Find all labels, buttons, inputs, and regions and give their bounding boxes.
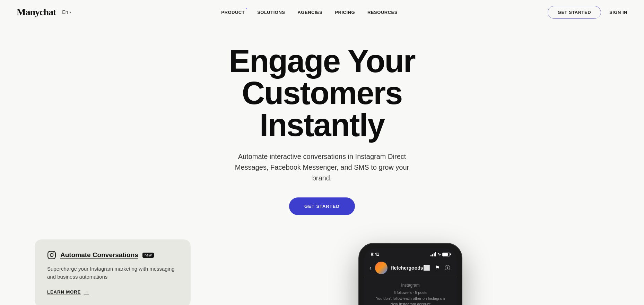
instagram-icon <box>47 251 56 260</box>
svg-point-1 <box>50 254 53 257</box>
svg-point-2 <box>53 253 54 254</box>
info-icon: ⓘ <box>445 264 450 272</box>
phone-nav-icons: ⬜ ⚑ ⓘ <box>423 264 450 272</box>
hero-cta-button[interactable]: GET STARTED <box>289 197 355 215</box>
phone-content: Instagram 6 followers · 5 posts You don'… <box>364 277 457 305</box>
avatar <box>375 262 388 274</box>
phone-info-lines: 6 followers · 5 posts You don't follow e… <box>369 290 451 305</box>
arrow-right-icon: → <box>84 289 89 295</box>
battery-icon <box>442 253 450 256</box>
feature-title: Automate Conversations <box>60 251 138 259</box>
hero-headline: Engage Your Customers Instantly <box>166 45 478 141</box>
signal-bars-icon <box>430 252 436 256</box>
phone-time: 9:41 <box>371 252 379 257</box>
nav-item-agencies[interactable]: AGENCIES <box>297 9 322 15</box>
back-icon: ‹ <box>369 264 372 272</box>
new-badge: new <box>142 253 154 258</box>
phone-area: 9:41 ∿ <box>211 239 609 305</box>
status-right: ∿ <box>430 252 450 257</box>
navbar: Manychat En ▾ PRODUCT SOLUTIONS AGENCIES… <box>0 0 644 24</box>
nav-links: PRODUCT SOLUTIONS AGENCIES PRICING RESOU… <box>221 9 398 15</box>
video-icon: ⬜ <box>423 264 430 272</box>
nav-item-resources[interactable]: RESOURCES <box>367 9 398 15</box>
language-selector[interactable]: En ▾ <box>62 9 71 15</box>
get-started-button-nav[interactable]: GET STARTED <box>548 6 601 19</box>
sign-in-button[interactable]: SIGN IN <box>609 10 627 15</box>
bottom-section: Automate Conversations new Supercharge y… <box>0 239 644 305</box>
learn-more-link[interactable]: LEARN MORE → <box>47 289 178 295</box>
phone-status-bar: 9:41 ∿ <box>364 248 457 259</box>
phone-username: fletchergoods <box>391 265 423 271</box>
svg-rect-0 <box>48 251 55 259</box>
nav-item-solutions[interactable]: SOLUTIONS <box>257 9 285 15</box>
wifi-icon: ∿ <box>437 252 441 257</box>
feature-card-header: Automate Conversations new <box>47 251 178 260</box>
nav-item-product[interactable]: PRODUCT <box>221 9 245 15</box>
hero-subtext: Automate interactive conversations in In… <box>225 151 419 184</box>
hero-section: Engage Your Customers Instantly Automate… <box>0 24 644 232</box>
chevron-down-icon: ▾ <box>69 10 71 14</box>
platform-label: Instagram <box>369 283 451 288</box>
phone-screen: 9:41 ∿ <box>364 248 457 305</box>
phone-nav-bar: ‹ fletchergoods ⬜ ⚑ ⓘ <box>364 259 457 277</box>
feature-card: Automate Conversations new Supercharge y… <box>35 239 191 305</box>
nav-item-pricing[interactable]: PRICING <box>335 9 355 15</box>
feature-description: Supercharge your Instagram marketing wit… <box>47 265 178 281</box>
phone-mockup: 9:41 ∿ <box>358 243 462 305</box>
nav-left: Manychat En ▾ <box>17 7 71 18</box>
nav-right: GET STARTED SIGN IN <box>548 6 627 19</box>
flag-icon: ⚑ <box>435 264 440 272</box>
logo[interactable]: Manychat <box>17 7 56 18</box>
